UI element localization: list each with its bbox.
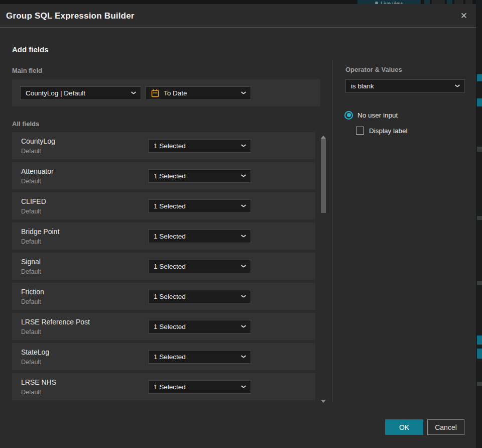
field-row-statelog: StateLog Default 1 Selected bbox=[12, 343, 315, 370]
field-name: CountyLog bbox=[21, 137, 55, 145]
selected-count-label: 1 Selected bbox=[154, 142, 237, 150]
chevron-down-icon bbox=[241, 174, 246, 178]
field-selected-dropdown[interactable]: 1 Selected bbox=[148, 320, 251, 333]
app-right-strip bbox=[476, 0, 482, 448]
field-subtitle: Default bbox=[21, 208, 41, 215]
app-top-strip: Live view bbox=[0, 0, 482, 4]
main-field-type-value: To Date bbox=[164, 89, 237, 97]
field-subtitle: Default bbox=[21, 328, 41, 335]
backdrop-fragment bbox=[477, 382, 482, 386]
field-selected-dropdown[interactable]: 1 Selected bbox=[148, 199, 251, 213]
field-row-friction: Friction Default 1 Selected bbox=[12, 283, 315, 310]
dialog-header: Group SQL Expression Builder ✕ bbox=[0, 4, 476, 28]
cancel-button[interactable]: Cancel bbox=[427, 419, 464, 435]
selected-count-label: 1 Selected bbox=[154, 202, 237, 210]
field-subtitle: Default bbox=[21, 359, 41, 366]
field-subtitle: Default bbox=[21, 178, 41, 185]
main-field-select[interactable]: CountyLog | Default bbox=[20, 86, 141, 100]
ok-button[interactable]: OK bbox=[385, 419, 423, 435]
field-subtitle: Default bbox=[21, 389, 41, 396]
group-sql-expression-builder-dialog: Group SQL Expression Builder ✕ Add field… bbox=[0, 4, 476, 448]
field-row-clifed: CLIFED Default 1 Selected bbox=[12, 192, 315, 219]
field-name: Signal bbox=[21, 258, 41, 266]
live-view-button[interactable]: Live view bbox=[357, 0, 421, 4]
field-selected-dropdown[interactable]: 1 Selected bbox=[148, 380, 251, 394]
toolbar-button-fragment bbox=[447, 0, 452, 4]
field-selected-dropdown[interactable]: 1 Selected bbox=[148, 350, 251, 364]
field-selected-dropdown[interactable]: 1 Selected bbox=[148, 139, 251, 153]
field-row-lrse-nhs: LRSE NHS Default 1 Selected bbox=[12, 373, 315, 400]
dialog-title: Group SQL Expression Builder bbox=[6, 4, 135, 28]
field-subtitle: Default bbox=[21, 268, 41, 275]
chevron-down-icon bbox=[241, 234, 246, 239]
field-name: Friction bbox=[21, 288, 44, 296]
main-field-type-select[interactable]: To Date bbox=[146, 86, 251, 100]
no-user-input-radio[interactable]: No user input bbox=[344, 110, 398, 120]
field-subtitle: Default bbox=[21, 148, 41, 155]
operator-select[interactable]: is blank bbox=[345, 79, 465, 93]
field-name: LRSE Reference Post bbox=[21, 318, 90, 326]
field-subtitle: Default bbox=[21, 238, 41, 245]
radio-selected-icon bbox=[344, 111, 353, 120]
chevron-down-icon bbox=[241, 91, 246, 95]
field-row-attenuator: Attenuator Default 1 Selected bbox=[12, 162, 315, 189]
chevron-down-icon bbox=[241, 324, 246, 329]
calendar-icon bbox=[151, 89, 159, 97]
field-name: LRSE NHS bbox=[21, 378, 56, 386]
backdrop-fragment bbox=[477, 147, 482, 152]
close-icon[interactable]: ✕ bbox=[458, 4, 469, 28]
toolbar-button-fragment bbox=[454, 0, 463, 4]
chevron-down-icon bbox=[241, 385, 246, 389]
field-selected-dropdown[interactable]: 1 Selected bbox=[148, 290, 251, 303]
backdrop-fragment bbox=[477, 349, 482, 359]
chevron-down-icon bbox=[131, 91, 136, 95]
selected-count-label: 1 Selected bbox=[154, 353, 237, 361]
selected-count-label: 1 Selected bbox=[154, 383, 237, 391]
backdrop-fragment bbox=[477, 98, 482, 106]
toolbar-button-fragment bbox=[424, 0, 430, 4]
field-name: Attenuator bbox=[21, 167, 54, 175]
checkbox-unchecked-icon bbox=[356, 127, 364, 135]
field-row-bridge-point: Bridge Point Default 1 Selected bbox=[12, 222, 315, 250]
field-name: CLIFED bbox=[21, 197, 46, 205]
panel-divider bbox=[332, 60, 332, 402]
operator-select-value: is blank bbox=[351, 82, 451, 90]
operator-values-label: Operator & Values bbox=[345, 66, 402, 73]
field-row-signal: Signal Default 1 Selected bbox=[12, 253, 315, 280]
screen: Live view Group SQL Expression Builder ✕… bbox=[0, 0, 482, 448]
live-view-label: Live view bbox=[381, 1, 403, 4]
field-selected-dropdown[interactable]: 1 Selected bbox=[148, 169, 251, 183]
field-name: Bridge Point bbox=[21, 228, 59, 236]
chevron-down-icon bbox=[241, 264, 246, 269]
field-row-lrse-reference-post: LRSE Reference Post Default 1 Selected bbox=[12, 313, 315, 340]
all-fields-label: All fields bbox=[12, 120, 39, 128]
field-selected-dropdown[interactable]: 1 Selected bbox=[148, 260, 251, 273]
add-fields-heading: Add fields bbox=[12, 45, 49, 54]
chevron-down-icon bbox=[241, 204, 246, 208]
main-field-label: Main field bbox=[12, 67, 42, 74]
main-field-select-value: CountyLog | Default bbox=[26, 89, 127, 97]
scrollbar-thumb[interactable] bbox=[321, 139, 326, 213]
selected-count-label: 1 Selected bbox=[154, 263, 237, 270]
chevron-down-icon bbox=[241, 355, 246, 359]
chevron-down-icon bbox=[241, 294, 246, 299]
toolbar-button-fragment bbox=[465, 0, 472, 4]
radio-label: No user input bbox=[357, 111, 398, 119]
backdrop-fragment bbox=[477, 74, 482, 81]
field-row-countylog: CountyLog Default 1 Selected bbox=[12, 132, 315, 159]
display-label-checkbox[interactable]: Display label bbox=[356, 126, 408, 135]
chevron-down-icon bbox=[241, 144, 246, 148]
scrollbar-down-arrow[interactable] bbox=[321, 400, 326, 403]
field-selected-dropdown[interactable]: 1 Selected bbox=[148, 230, 251, 243]
selected-count-label: 1 Selected bbox=[154, 233, 237, 240]
backdrop-fragment bbox=[477, 216, 482, 220]
selected-count-label: 1 Selected bbox=[154, 293, 237, 300]
field-name: StateLog bbox=[21, 348, 49, 356]
backdrop-fragment bbox=[477, 335, 482, 345]
field-subtitle: Default bbox=[21, 298, 41, 305]
checkbox-label: Display label bbox=[369, 127, 408, 135]
backdrop-fragment bbox=[477, 281, 482, 285]
selected-count-label: 1 Selected bbox=[154, 323, 237, 330]
selected-count-label: 1 Selected bbox=[154, 172, 237, 180]
toolbar-button-fragment bbox=[432, 0, 445, 4]
